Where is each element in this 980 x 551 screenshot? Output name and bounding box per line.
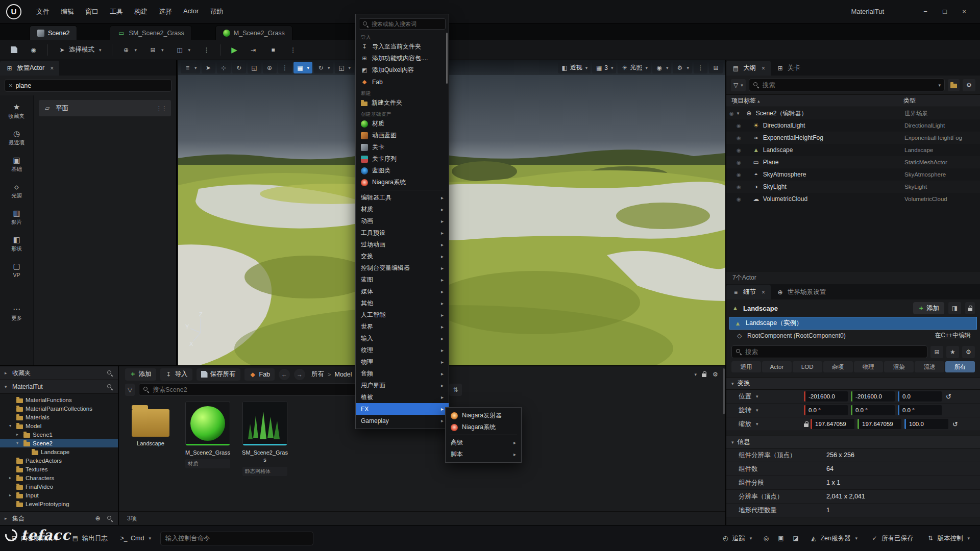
trace-dropdown[interactable]: ◴追踪▾ — [719, 531, 755, 545]
grid-snap-toggle[interactable]: ▦▾ — [293, 62, 313, 73]
details-filter-tab[interactable]: 通用 — [731, 361, 761, 372]
details-filter-tab[interactable]: 流送 — [915, 361, 944, 372]
toolbar-overflow-button[interactable]: ⋮ — [198, 43, 215, 57]
visibility-eye-icon[interactable]: ◉ — [737, 184, 741, 190]
add-content-button[interactable]: ＋添加 — [125, 368, 156, 381]
folder-tree-row[interactable]: Materials — [0, 413, 118, 421]
menubar-item[interactable]: 窗口 — [80, 5, 104, 18]
submenu-script[interactable]: 脚本 ▸ — [446, 448, 521, 460]
outliner-search[interactable]: ▾ — [749, 79, 945, 91]
reset-to-default-icon[interactable]: ↺ — [952, 420, 958, 428]
save-all-button[interactable]: 保存所有 — [197, 368, 240, 381]
output-log-button[interactable]: ▤输出日志 — [68, 531, 111, 545]
viewport-extra-button[interactable]: ⋮ — [694, 62, 707, 73]
move-tool-button[interactable]: ⊹ — [217, 62, 231, 73]
context-menu-item[interactable]: 添加功能或内容包.... — [356, 53, 449, 64]
outliner-row[interactable]: ◉ ExponentialHeightFog ExponentialHeight… — [726, 132, 980, 144]
details-view-options-button[interactable]: ⊞ — [930, 346, 943, 358]
folder-tree-row[interactable]: ▸ Scene1 — [0, 430, 118, 439]
menubar-item[interactable]: 编辑 — [55, 5, 80, 18]
submenu-item[interactable]: Niagara发射器 — [446, 410, 521, 421]
placement-category[interactable]: 最近项 — [2, 126, 32, 150]
outliner-search-input[interactable] — [763, 82, 934, 89]
gear-icon[interactable]: ⚙ — [712, 370, 719, 378]
x-value-field[interactable]: 197.647059 — [811, 419, 854, 429]
folder-tree-row[interactable]: LevelPrototyping — [0, 499, 118, 508]
content-filter-button[interactable]: ▽ — [125, 384, 135, 396]
menubar-item[interactable]: 帮助 — [204, 5, 229, 18]
context-menu-item[interactable]: 蓝图类 — [356, 165, 449, 177]
context-menu-category[interactable]: 编辑器工具 ▸ — [356, 192, 449, 204]
outliner-row[interactable]: ◉ VolumetricCloud VolumetricCloud — [726, 193, 980, 205]
details-filter-tab[interactable]: 物理 — [854, 361, 884, 372]
context-menu-category[interactable]: 植被 ▸ — [356, 391, 449, 403]
context-menu-category[interactable]: 动画 ▸ — [356, 215, 449, 227]
new-folder-item[interactable]: 新建文件夹 — [356, 97, 449, 109]
placement-category[interactable]: 基础 — [2, 153, 32, 177]
outliner-row[interactable]: ◉ SkyLight SkyLight — [726, 181, 980, 193]
details-filter-tab[interactable]: Actor — [762, 361, 792, 372]
menubar-item[interactable]: 选择 — [153, 5, 178, 18]
context-menu-category[interactable]: 物理 ▸ — [356, 356, 449, 368]
messages-icon[interactable]: ◪ — [792, 535, 799, 542]
context-menu-item[interactable]: 材质 — [356, 118, 449, 130]
context-menu-category[interactable]: 音频 ▸ — [356, 368, 449, 380]
outliner-row[interactable]: ◉ SkyAtmosphere SkyAtmosphere — [726, 168, 980, 181]
menubar-item[interactable]: 工具 — [104, 5, 129, 18]
favorites-band[interactable]: ▸ 收藏夹 — [0, 366, 118, 380]
details-window-button[interactable]: ◨ — [948, 302, 961, 314]
expander-icon[interactable]: ▾ — [737, 111, 742, 116]
outliner-row[interactable]: ◉ DirectionalLight DirectionalLight — [726, 119, 980, 132]
context-menu-category[interactable]: 蓝图 ▸ — [356, 274, 449, 286]
expander-icon[interactable]: ▸ — [16, 432, 21, 437]
fab-button[interactable]: Fab — [244, 368, 275, 381]
asset-tab[interactable]: Scene2 — [30, 26, 77, 40]
outliner-new-folder-button[interactable] — [948, 79, 960, 91]
folder-tree-row[interactable]: FinalVideo — [0, 482, 118, 491]
tab-outliner[interactable]: ▤ 大纲 × — [726, 61, 771, 76]
folder-tree-row[interactable]: Landscape — [0, 447, 118, 456]
placement-search[interactable]: × — [5, 79, 172, 92]
scale-tool-button[interactable]: ◱ — [248, 62, 261, 73]
transform-label[interactable]: 缩放▾ — [739, 420, 804, 429]
lock-icon[interactable] — [702, 373, 706, 377]
select-mode-dropdown[interactable]: ➤ 选择模式 ▾ — [54, 43, 106, 57]
world-space-button[interactable]: ⊕ — [263, 62, 277, 73]
clear-search-icon[interactable]: × — [9, 82, 13, 89]
visibility-eye-icon[interactable]: ◉ — [737, 147, 741, 153]
search-icon[interactable] — [107, 370, 113, 377]
expander-icon[interactable]: ▾ — [9, 423, 14, 428]
collections-band[interactable]: ▸ 集合 ⊕ — [0, 511, 118, 525]
project-root-band[interactable]: ▾ MaterialTut — [0, 380, 118, 394]
context-menu-category[interactable]: 工具预设 ▸ — [356, 227, 449, 239]
placement-search-input[interactable] — [16, 82, 167, 89]
minimize-button[interactable]: − — [916, 4, 935, 19]
placement-category[interactable]: 光源 — [2, 179, 32, 203]
viewport-options-button[interactable]: ≡▾ — [181, 62, 200, 73]
column-item-label[interactable]: 项目标签 — [731, 96, 756, 105]
breadcrumb-segment[interactable]: 所有 — [311, 370, 334, 379]
placement-category[interactable]: VP — [2, 259, 32, 282]
perspective-dropdown[interactable]: ◧透视▾ — [558, 62, 591, 73]
close-button[interactable]: × — [954, 4, 974, 19]
play-button[interactable]: ▶ — [227, 43, 242, 57]
stop-button[interactable]: ■ — [265, 43, 282, 57]
view-mode-dropdown[interactable]: ☀光照▾ — [618, 62, 651, 73]
details-favorites-button[interactable]: ★ — [946, 346, 959, 358]
visibility-eye-icon[interactable]: ◉ — [737, 123, 741, 129]
column-type[interactable]: 类型 — [903, 96, 975, 105]
maximize-viewport-button[interactable]: ⊞ — [709, 62, 723, 73]
show-flags-dropdown[interactable]: ◉▾ — [652, 62, 672, 73]
context-menu-item[interactable]: 动画蓝图 — [356, 130, 449, 141]
tab-place-actors[interactable]: ⊞ 放置Actor × — [0, 61, 59, 76]
details-search-input[interactable] — [745, 348, 923, 356]
expander-icon[interactable]: ▸ — [9, 475, 14, 480]
context-menu-item[interactable]: Fab — [356, 76, 449, 88]
z-value-field[interactable]: 0.0 ° — [898, 405, 942, 415]
context-menu-search[interactable] — [359, 18, 446, 30]
tree-scrollbar[interactable] — [723, 368, 725, 414]
asset-static-mesh[interactable]: SM_Scene2_Grass 静态网格体 — [241, 401, 288, 476]
submenu-item[interactable]: Niagara系统 — [446, 421, 521, 433]
rotate-tool-button[interactable]: ↻ — [232, 62, 246, 73]
y-value-field[interactable]: -201600.0 — [851, 391, 895, 402]
